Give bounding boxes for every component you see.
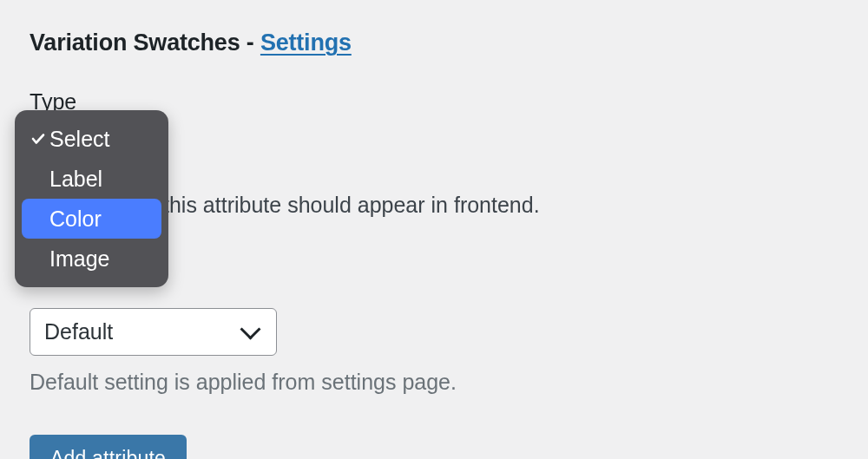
chevron-down-icon <box>243 327 260 338</box>
section-title-prefix: Variation Swatches - <box>30 30 260 56</box>
type-option-label: Color <box>49 207 153 232</box>
type-dropdown: Select Label Color Image <box>15 110 168 287</box>
shape-help-text: Default setting is applied from settings… <box>30 370 838 395</box>
type-option-label-opt[interactable]: Label <box>22 159 161 199</box>
type-option-select[interactable]: Select <box>22 119 161 159</box>
shape-select[interactable]: Default <box>30 308 277 356</box>
type-option-label: Label <box>49 167 153 192</box>
settings-link[interactable]: Settings <box>260 30 352 56</box>
add-attribute-button[interactable]: Add attribute <box>30 435 187 459</box>
type-option-label: Select <box>49 127 153 152</box>
shape-select-value: Default <box>44 319 113 344</box>
type-option-image[interactable]: Image <box>22 239 161 279</box>
type-option-color[interactable]: Color <box>22 199 161 239</box>
section-title: Variation Swatches - Settings <box>30 30 838 56</box>
type-option-label: Image <box>49 246 153 272</box>
check-icon <box>27 131 49 147</box>
